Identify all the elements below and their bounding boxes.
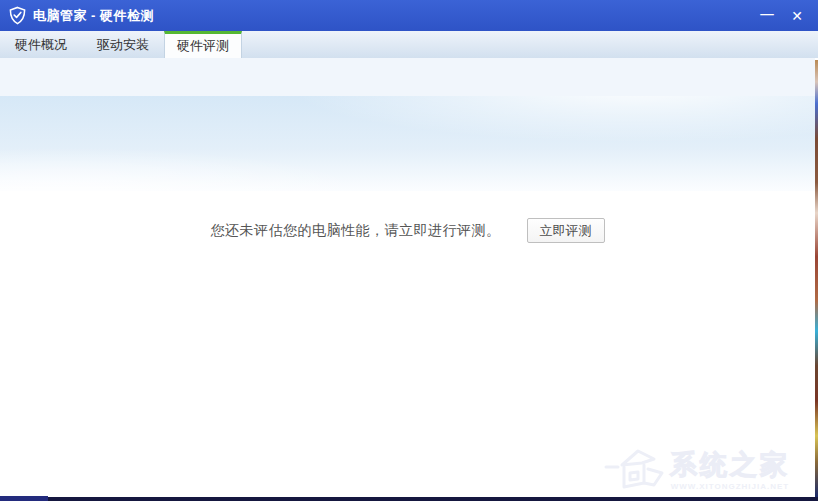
bottom-edge-highlight (0, 496, 48, 501)
bottom-window-edge (0, 497, 818, 501)
evaluate-now-button[interactable]: 立即评测 (527, 218, 605, 243)
watermark-brand: 系统之家 (670, 452, 790, 479)
titlebar: 电脑管家 - 硬件检测 — ✕ (0, 0, 818, 31)
minimize-button[interactable]: — (752, 0, 782, 31)
tab-driver-install[interactable]: 驱动安装 (82, 31, 164, 58)
close-button[interactable]: ✕ (782, 0, 812, 31)
shield-check-icon (8, 6, 27, 25)
window-title: 电脑管家 - 硬件检测 (33, 7, 154, 25)
house-logo-icon (604, 445, 666, 491)
tab-hardware-overview[interactable]: 硬件概况 (0, 31, 82, 58)
watermark: 系统之家 WWW.XITONGZHIJIA.NET (604, 445, 790, 491)
subheader-band (0, 58, 815, 96)
tab-bar: 硬件概况 驱动安装 硬件评测 (0, 31, 818, 58)
watermark-url: WWW.XITONGZHIJIA.NET (671, 482, 790, 491)
evaluation-prompt-row: 您还未评估您的电脑性能，请立即进行评测。 立即评测 (0, 218, 815, 243)
evaluation-prompt-text: 您还未评估您的电脑性能，请立即进行评测。 (211, 222, 501, 240)
tab-hardware-evaluation[interactable]: 硬件评测 (164, 31, 242, 58)
wave-banner (0, 96, 815, 191)
watermark-text-block: 系统之家 WWW.XITONGZHIJIA.NET (670, 452, 790, 491)
